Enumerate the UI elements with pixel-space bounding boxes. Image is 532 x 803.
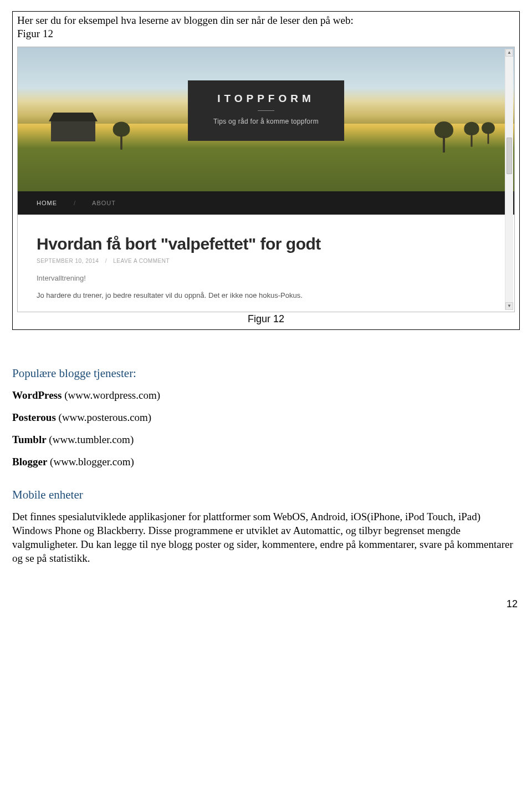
post-area: Hvordan få bort "valpefettet" for godt S… xyxy=(18,215,514,312)
service-url: (www.posterous.com) xyxy=(59,411,152,423)
mobile-heading: Mobile enheter xyxy=(12,488,520,502)
post-title[interactable]: Hvordan få bort "valpefettet" for godt xyxy=(37,235,495,253)
nav-about[interactable]: ABOUT xyxy=(92,200,116,206)
nav-separator: / xyxy=(74,200,75,206)
page-number: 12 xyxy=(0,567,532,620)
site-title[interactable]: ITOPPFORM xyxy=(213,93,319,105)
blog-screenshot: ITOPPFORM Tips og råd for å komme toppfo… xyxy=(17,47,515,312)
barn-decoration xyxy=(51,120,95,141)
service-posterous: Posterous (www.posterous.com) xyxy=(12,411,520,424)
tree-decoration xyxy=(482,119,495,144)
nav-home[interactable]: HOME xyxy=(37,200,57,206)
post-body-line2: Jo hardere du trener, jo bedre resultate… xyxy=(37,291,495,299)
chevron-up-icon: ▲ xyxy=(507,50,511,55)
post-body-line1: Intervalltrening! xyxy=(37,274,495,282)
service-blogger: Blogger (www.blogger.com) xyxy=(12,456,520,468)
service-url: (www.wordpress.com) xyxy=(64,389,160,401)
nav-bar: HOME / ABOUT xyxy=(18,191,514,215)
hero-banner: ITOPPFORM Tips og råd for å komme toppfo… xyxy=(18,47,514,191)
vertical-scrollbar[interactable]: ▲ ▼ xyxy=(505,49,513,310)
service-tumblr: Tumblr (www.tumbler.com) xyxy=(12,434,520,446)
service-url: (www.blogger.com) xyxy=(50,456,134,467)
mobile-paragraph: Det finnes spesialutviklede applikasjone… xyxy=(12,510,520,565)
service-name: Blogger xyxy=(12,456,47,467)
figure-caption: Figur 12 xyxy=(17,313,515,325)
scrollbar-thumb[interactable] xyxy=(507,138,512,174)
figure-label-top: Figur 12 xyxy=(17,28,515,40)
service-name: Tumblr xyxy=(12,434,47,445)
chevron-down-icon: ▼ xyxy=(507,303,511,308)
service-url: (www.tumbler.com) xyxy=(49,434,134,445)
tree-decoration xyxy=(464,118,479,146)
tree-decoration xyxy=(434,117,453,153)
hero-card: ITOPPFORM Tips og råd for å komme toppfo… xyxy=(188,80,344,141)
post-date[interactable]: SEPTEMBER 10, 2014 xyxy=(37,258,99,264)
service-wordpress: WordPress (www.wordpress.com) xyxy=(12,389,520,402)
service-name: WordPress xyxy=(12,389,62,401)
scroll-up-button[interactable]: ▲ xyxy=(505,49,513,57)
tree-decoration xyxy=(113,118,130,150)
post-meta: SEPTEMBER 10, 2014 / LEAVE A COMMENT xyxy=(37,258,495,264)
intro-frame: Her ser du for eksempel hva leserne av b… xyxy=(12,11,520,330)
intro-text: Her ser du for eksempel hva leserne av b… xyxy=(17,14,515,28)
service-name: Posterous xyxy=(12,411,56,423)
scroll-down-button[interactable]: ▼ xyxy=(505,302,513,310)
popular-heading: Populære blogge tjenester: xyxy=(12,367,520,380)
leave-comment-link[interactable]: LEAVE A COMMENT xyxy=(113,258,170,264)
site-tagline: Tips og råd for å komme toppform xyxy=(213,118,319,125)
